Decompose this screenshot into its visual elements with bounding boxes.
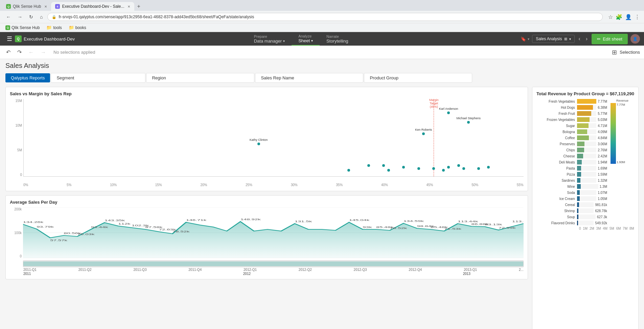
grid-view-button[interactable]: ⊞: [612, 49, 617, 56]
new-tab-button[interactable]: +: [134, 2, 143, 11]
prev-sheet-button[interactable]: ‹: [577, 34, 582, 43]
tab-close-hub[interactable]: ✕: [44, 5, 47, 8]
dot-label-kathy: Kathy Clinton: [250, 138, 268, 142]
app-header: ☰ Q Executive Dashboard-Dev Prepare Data…: [0, 32, 644, 46]
sheet-dropdown-arrow: ▾: [569, 37, 571, 41]
dot-3: [432, 167, 435, 170]
star-button[interactable]: ☆: [608, 14, 613, 20]
tab-bar: Q Qlik Sense Hub ✕ E Executive Dashboard…: [0, 0, 644, 11]
nav-prepare-label: Prepare: [254, 34, 285, 39]
dot-8: [382, 164, 385, 167]
bar-label: Bologna: [536, 130, 577, 134]
filter-segment[interactable]: Segment: [51, 73, 145, 83]
bar-track: [577, 221, 594, 225]
nav-data-manager[interactable]: Prepare Data manager ▾: [247, 32, 292, 46]
bar-fill: [577, 172, 581, 177]
line-chart-scrollbar[interactable]: [23, 260, 524, 267]
q-2012-2: 2012-Q2: [299, 268, 312, 272]
lock-icon: 🔒: [52, 15, 56, 19]
forward-button[interactable]: →: [16, 14, 24, 20]
table-row: Coffee4.84M: [536, 135, 607, 140]
bar-fill: [577, 135, 589, 140]
svg-text:134.59k: 134.59k: [404, 220, 424, 223]
dot-12: [347, 169, 350, 172]
bookmark-qlik-icon: Q: [5, 25, 10, 30]
svg-text:93.79k: 93.79k: [37, 225, 54, 228]
dot-11: [487, 166, 490, 169]
bookmark-qlik[interactable]: Q Qlik Sense Hub: [4, 25, 41, 31]
selection-forward-button[interactable]: ↷: [15, 48, 24, 57]
tab-close-dashboard[interactable]: ✕: [128, 5, 130, 8]
tab-qlik-hub[interactable]: Q Qlik Sense Hub ✕: [2, 2, 51, 11]
nav-sheet[interactable]: Analyze Sheet ▾: [292, 32, 320, 46]
dot-13: [457, 164, 460, 167]
selections-button[interactable]: Selections: [620, 50, 640, 55]
bar-fill: [577, 196, 580, 201]
dot-10: [477, 167, 480, 170]
bookmark-books[interactable]: 📁 books: [67, 24, 88, 31]
menu-hamburger-button[interactable]: ☰: [4, 34, 15, 44]
x-axis-8m: 8M: [629, 227, 634, 230]
no-selections-label: No selections applied: [53, 50, 95, 55]
table-row: Pizza1.59M: [536, 172, 607, 177]
url-bar[interactable]: 🔒 fr-srvqs-01.qalyptus.com/sense/app/913…: [47, 13, 603, 21]
bar-value: 2.42M: [596, 154, 607, 158]
menu-button[interactable]: ⋮: [635, 14, 640, 20]
bar-label: Pizza: [536, 173, 577, 176]
bookmark-books-label: books: [75, 25, 86, 30]
filter-bar: Qalyptus Reports Segment Region Sales Re…: [5, 73, 639, 83]
nav-storytelling[interactable]: Narrate Storytelling: [320, 32, 355, 46]
table-row: Soda1.07M: [536, 190, 607, 195]
bar-value: 1.07M: [596, 191, 607, 195]
table-row: Pasta1.69M: [536, 166, 607, 171]
q-2011-3: 2011-Q3: [134, 268, 147, 272]
bar-fill: [577, 123, 589, 128]
tab-dashboard[interactable]: E Executive Dashboard-Dev - Sale... ✕: [51, 2, 134, 11]
bar-track: [577, 214, 596, 219]
filter-region[interactable]: Region: [146, 73, 254, 83]
x-10: 10%: [110, 183, 117, 187]
bar-fill: [577, 160, 582, 164]
bookmark-books-icon: 📁: [69, 25, 74, 30]
line-chart-area: 134.26k 93.79k 57.57k 80.56k 75.03k 93.4…: [23, 207, 524, 267]
table-row: Shrimp628.78k: [536, 208, 607, 213]
bar-fill: [577, 111, 591, 116]
filter-sales-rep[interactable]: Sales Rep Name: [255, 73, 363, 83]
selection-back-button[interactable]: ↶: [4, 48, 13, 57]
legend-title: Revenue: [611, 99, 634, 102]
q-2012-4: 2012-Q4: [409, 268, 422, 272]
undo-button[interactable]: ←: [26, 48, 36, 57]
next-sheet-button[interactable]: ›: [584, 34, 589, 43]
q-2012-3: 2012-Q3: [354, 268, 367, 272]
reload-button[interactable]: ↻: [27, 14, 35, 20]
sheet-name-button[interactable]: Sales Analysis ⊞ ▾: [532, 35, 574, 43]
scatter-chart: 15M 10M 5M 0 MarginTarget (45%) Karl And…: [10, 99, 524, 187]
bookmark-sheet-button[interactable]: 🔖 ▾: [521, 36, 529, 42]
bar-value: 1.05M: [596, 197, 607, 201]
bar-label: Pasta: [536, 167, 577, 170]
filter-product-group[interactable]: Product Group: [364, 73, 472, 83]
back-button[interactable]: ←: [4, 14, 13, 20]
q-2013-1: 2013-Q1: [464, 268, 477, 272]
extensions-button[interactable]: 🧩: [616, 14, 622, 20]
bar-track: [577, 178, 596, 183]
nav-sheet-arrow: ▾: [311, 39, 313, 43]
line-svg: 134.26k 93.79k 57.57k 80.56k 75.03k 93.4…: [23, 207, 524, 258]
profile-button[interactable]: 👤: [625, 14, 632, 20]
scatter-plot-area: MarginTarget (45%) Karl Anderson Michael…: [23, 99, 524, 177]
svg-text:93k: 93k: [363, 226, 372, 229]
x-5: 5%: [67, 183, 71, 187]
x-axis-6m: 6M: [616, 227, 621, 230]
bar-value: 4.09M: [596, 130, 607, 134]
redo-button[interactable]: →: [39, 48, 48, 57]
edit-sheet-button[interactable]: ✏ Edit sheet: [592, 34, 628, 44]
user-avatar[interactable]: 👤: [630, 34, 640, 44]
bookmarks-bar: Q Qlik Sense Hub 📁 tools 📁 books: [0, 23, 644, 32]
qlik-logo-icon: Q: [15, 35, 22, 42]
nav-data-manager-arrow: ▾: [283, 39, 285, 43]
home-button[interactable]: ⌂: [38, 14, 45, 20]
filter-qalyptus-reports[interactable]: Qalyptus Reports: [5, 73, 50, 82]
bookmark-tools[interactable]: 📁 tools: [45, 24, 63, 31]
dot-4: [447, 166, 450, 169]
tab-favicon-hub: Q: [6, 4, 11, 9]
